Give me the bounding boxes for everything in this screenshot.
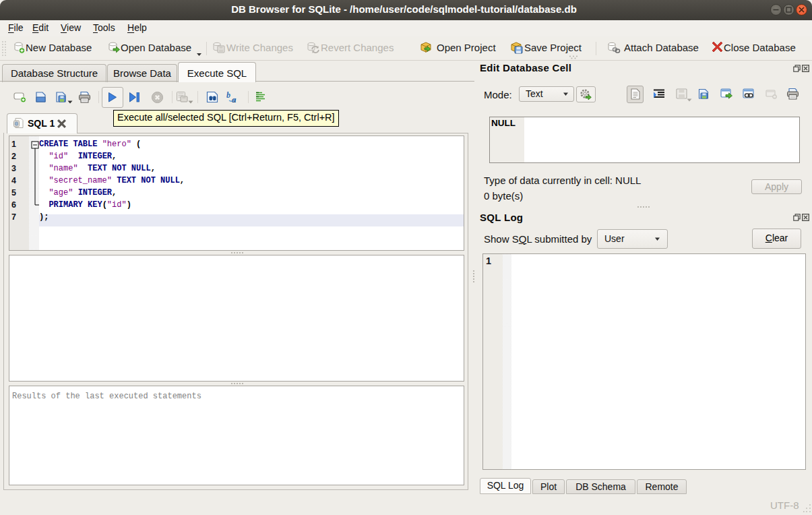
svg-text:b: b (226, 91, 230, 100)
